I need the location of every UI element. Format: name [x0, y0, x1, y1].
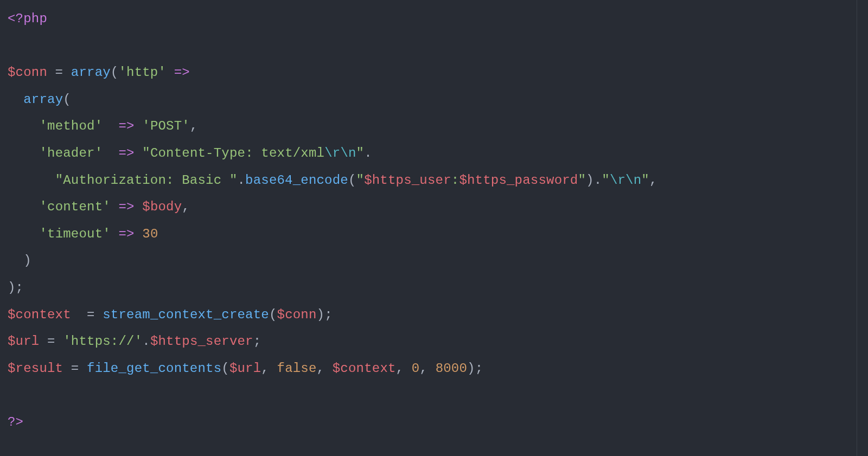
esc-r: \r — [324, 146, 340, 160]
semi: ; — [253, 334, 261, 349]
fn-array: array — [71, 65, 111, 80]
paren: ) — [23, 253, 31, 268]
var-context: $context — [8, 307, 71, 322]
op-eq: = — [63, 361, 87, 376]
paren: ) — [8, 280, 16, 295]
colon: : — [451, 173, 459, 188]
q: " — [578, 173, 586, 188]
op-arrow: => — [118, 146, 134, 160]
str-close-q: " — [356, 146, 365, 160]
semi: ; — [324, 307, 333, 322]
paren: ) — [317, 307, 325, 322]
num-30: 30 — [142, 227, 158, 241]
paren: ( — [269, 307, 277, 322]
num-8000: 8000 — [436, 361, 467, 376]
editor-ruler — [857, 0, 857, 456]
fn-array: array — [23, 92, 63, 107]
fn-scc: stream_context_create — [103, 307, 269, 322]
comma: , — [317, 361, 333, 376]
var-context: $context — [333, 361, 396, 376]
paren: ) — [467, 361, 475, 376]
sp — [135, 119, 143, 133]
semi: ; — [475, 361, 483, 376]
sp — [135, 146, 143, 160]
comma: , — [419, 361, 435, 376]
comma: , — [182, 200, 190, 214]
comma: , — [396, 361, 412, 376]
q: " — [356, 173, 365, 188]
var-pass: $https_password — [459, 173, 578, 188]
str-scheme: 'https://' — [63, 334, 142, 349]
var-conn: $conn — [8, 65, 47, 80]
var-server: $https_server — [150, 334, 253, 349]
str-content: 'content' — [39, 200, 110, 214]
sp — [111, 200, 119, 214]
var-conn: $conn — [277, 307, 317, 322]
code-block[interactable]: <?php $conn = array('http' => array( 'me… — [0, 0, 868, 444]
op-eq: = — [47, 65, 71, 80]
str-post: 'POST' — [142, 119, 190, 133]
kw-false: false — [277, 361, 317, 376]
op-eq: = — [39, 334, 63, 349]
op-cat: . — [594, 173, 602, 188]
q: " — [641, 173, 649, 188]
php-open-tag: <?php — [8, 11, 47, 26]
sp — [111, 227, 119, 241]
paren: ( — [348, 173, 356, 188]
op-arrow: => — [118, 227, 134, 241]
op-arrow: => — [118, 200, 134, 214]
str-method: 'method' — [39, 119, 103, 133]
str-ct: "Content-Type: text/xml — [142, 146, 324, 160]
esc-n: \n — [340, 146, 356, 160]
esc-n: \n — [626, 173, 641, 188]
sp — [135, 200, 143, 214]
fn-b64: base64_encode — [245, 173, 348, 188]
esc-r: \r — [610, 173, 626, 188]
op-arrow: => — [118, 119, 134, 133]
paren: ( — [111, 65, 119, 80]
paren: ( — [221, 361, 229, 376]
op-cat: . — [237, 173, 245, 188]
fn-fgc: file_get_contents — [87, 361, 221, 376]
op-eq-sym: = — [87, 307, 103, 322]
str-http: 'http' — [118, 65, 166, 80]
var-url: $url — [8, 334, 39, 349]
op-cat: . — [364, 146, 372, 160]
code-editor[interactable]: <?php $conn = array('http' => array( 'me… — [0, 0, 868, 456]
paren: ) — [586, 173, 594, 188]
sp — [103, 146, 118, 160]
op-arrow: => — [174, 65, 190, 80]
var-user: $https_user — [364, 173, 451, 188]
sp — [71, 307, 87, 322]
num-0: 0 — [412, 361, 420, 376]
var-url: $url — [229, 361, 261, 376]
sp — [103, 119, 118, 133]
sp — [135, 227, 143, 241]
comma: , — [649, 173, 658, 188]
comma: , — [190, 119, 198, 133]
comma: , — [261, 361, 277, 376]
php-close-tag: ?> — [8, 415, 23, 429]
sp — [166, 65, 174, 80]
var-result: $result — [8, 361, 63, 376]
str-auth: "Authorization: Basic " — [55, 173, 238, 188]
q: " — [602, 173, 610, 188]
semi: ; — [16, 280, 24, 295]
str-header: 'header' — [39, 146, 103, 160]
op-cat: . — [142, 334, 150, 349]
str-timeout: 'timeout' — [39, 227, 110, 241]
paren: ( — [63, 92, 71, 107]
var-body: $body — [142, 200, 182, 214]
